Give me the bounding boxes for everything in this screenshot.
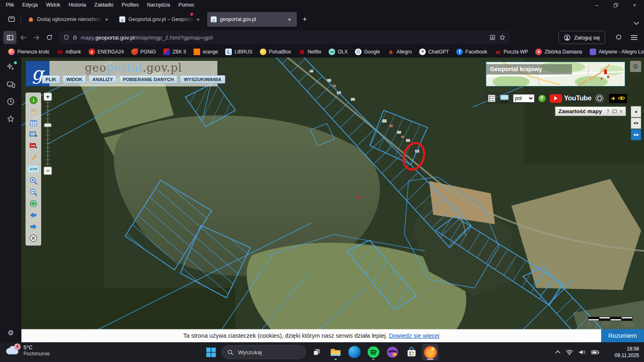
- bookmark-polsatbox[interactable]: PolsatBox: [257, 47, 294, 56]
- zoom-out-tool-icon[interactable]: [28, 187, 39, 197]
- bookmark-energa24[interactable]: eENERGA24: [85, 47, 127, 56]
- bookmark-olx[interactable]: olxOLX: [325, 47, 351, 56]
- menu-widok-button[interactable]: WIDOK: [63, 75, 86, 84]
- overview-map[interactable]: Geoportal krajowy: [486, 62, 625, 86]
- restore-button[interactable]: [606, 0, 625, 10]
- menu-plik[interactable]: Plik: [2, 1, 18, 9]
- bookmark-zbiorka-damiana[interactable]: ♥Zbiórka Damiana: [532, 47, 585, 56]
- map-settings-gear-icon[interactable]: ⚙: [630, 61, 641, 72]
- wifi-icon[interactable]: [566, 349, 573, 355]
- volume-icon[interactable]: [579, 349, 586, 355]
- panel-close-icon[interactable]: ×: [620, 109, 623, 114]
- menu-pobieranie-button[interactable]: POBIERANIE DANYCH: [119, 75, 177, 84]
- firefox-view-button[interactable]: [5, 13, 18, 26]
- strip-eye-button[interactable]: [631, 118, 641, 129]
- new-tab-button[interactable]: +: [299, 13, 311, 26]
- clear-selection-icon[interactable]: [28, 233, 39, 243]
- close-tab-icon[interactable]: ×: [103, 15, 111, 23]
- close-button[interactable]: ×: [625, 0, 644, 10]
- attribute-table-icon[interactable]: [28, 118, 39, 128]
- bookmark-star-icon[interactable]: [499, 34, 506, 41]
- panel-help-icon[interactable]: ?: [607, 109, 609, 114]
- ai-chatbot-icon[interactable]: [6, 63, 15, 72]
- accessibility-wheel-icon[interactable]: [595, 94, 604, 103]
- language-select[interactable]: pol: [513, 94, 534, 102]
- youtube-link[interactable]: YouTube: [550, 94, 592, 103]
- menu-profiles[interactable]: Profiles: [117, 1, 143, 9]
- zoom-in-button[interactable]: +: [44, 93, 52, 101]
- zoom-slider-track[interactable]: [44, 101, 52, 166]
- edge-button[interactable]: [346, 344, 363, 360]
- synced-tabs-icon[interactable]: [6, 80, 15, 89]
- strip-dot-button[interactable]: [631, 106, 641, 117]
- bookmark-librus[interactable]: LLIBRUS: [222, 47, 255, 56]
- menu-pomoc[interactable]: Pomoc: [174, 1, 198, 9]
- legend-icon[interactable]: [488, 94, 496, 102]
- zoom-in-tool-icon[interactable]: [28, 176, 39, 186]
- start-button[interactable]: [203, 344, 219, 360]
- forward-button[interactable]: [30, 31, 43, 44]
- task-view-button[interactable]: [308, 344, 325, 360]
- lock-icon[interactable]: [72, 35, 77, 40]
- bookmark-mbank[interactable]: mmBank: [53, 47, 84, 56]
- battery-icon[interactable]: [591, 350, 600, 355]
- menu-narzedzia[interactable]: Narzędzia: [143, 1, 174, 9]
- bookmarks-star-icon[interactable]: [6, 114, 15, 123]
- close-tab-icon[interactable]: ×: [194, 15, 202, 23]
- tab-dodaj-ogloszenie[interactable]: Dodaj ogłoszenie nieruchomoś ×: [24, 12, 114, 27]
- cookie-accept-button[interactable]: Rozumiem: [601, 329, 644, 342]
- menu-widok[interactable]: Widok: [42, 1, 65, 9]
- panel-maximize-icon[interactable]: [612, 109, 617, 113]
- bookmark-zbk[interactable]: ZBK II: [160, 47, 189, 56]
- menu-zakladki[interactable]: Zakładki: [90, 1, 118, 9]
- firefox-button[interactable]: [422, 344, 439, 360]
- xyh-coordinates-icon[interactable]: XYH: [28, 164, 39, 174]
- app-menu-hamburger-icon[interactable]: [628, 31, 641, 44]
- extensions-puzzle-icon[interactable]: [612, 31, 625, 44]
- tracking-shield-icon[interactable]: [63, 35, 69, 40]
- bookmark-pgnig[interactable]: PGNiG: [128, 47, 159, 56]
- url-bar[interactable]: mapy.geoportal.gov.pl/imap/Imgp_2.html?g…: [59, 31, 510, 44]
- full-extent-globe-icon[interactable]: [28, 199, 39, 209]
- cookie-more-link[interactable]: Dowiedz się więcej: [389, 332, 440, 339]
- tray-chevron-up-icon[interactable]: [555, 350, 560, 353]
- back-button[interactable]: [16, 31, 30, 44]
- deselect-rectangle-icon[interactable]: [28, 141, 39, 151]
- tab-geoportal-info[interactable]: g Geoportal.gov.pl – Geoportal In ×: [116, 12, 205, 27]
- menu-plik-button[interactable]: PLIK: [42, 75, 60, 84]
- measure-pencil-icon[interactable]: [28, 153, 39, 162]
- history-clock-icon[interactable]: [6, 97, 15, 106]
- taskbar-search-box[interactable]: Wyszukaj: [222, 345, 306, 359]
- reload-button[interactable]: [43, 31, 56, 44]
- info-tool-icon[interactable]: i: [28, 95, 39, 105]
- menu-historia[interactable]: Historia: [64, 1, 90, 9]
- strip-eye-active-button[interactable]: [631, 129, 641, 140]
- spotify-button[interactable]: [365, 344, 382, 360]
- bookmark-poczta-wp[interactable]: wPoczta WP: [491, 47, 531, 56]
- purple-app-button[interactable]: [384, 344, 401, 360]
- previous-view-arrow-icon[interactable]: [28, 210, 39, 220]
- zoom-slider-handle[interactable]: [44, 123, 51, 127]
- sidebar-toggle-button[interactable]: [3, 31, 16, 44]
- help-icon[interactable]: ?: [538, 95, 546, 102]
- list-all-tabs-icon[interactable]: [634, 22, 639, 25]
- microsoft-store-button[interactable]: [403, 344, 420, 360]
- bookmark-orange[interactable]: orange: [190, 47, 221, 56]
- select-rectangle-icon[interactable]: [28, 130, 39, 139]
- menu-wyszukiwania-button[interactable]: WYSZUKIWANIA: [180, 75, 225, 84]
- bookmark-google[interactable]: GGoogle: [352, 47, 383, 56]
- bookmark-netflix[interactable]: NNetflix: [295, 47, 324, 56]
- bookmark-facebook[interactable]: fFacebook: [453, 47, 490, 56]
- minimize-button[interactable]: –: [587, 0, 606, 10]
- map-contents-panel-header[interactable]: Zawartość mapy ? ×: [555, 107, 626, 116]
- next-view-arrow-icon[interactable]: [28, 222, 39, 232]
- contrast-toggle[interactable]: [609, 93, 628, 104]
- menu-analizy-button[interactable]: ANALIZY: [89, 75, 117, 84]
- pan-hand-icon[interactable]: [28, 107, 39, 116]
- wms-icon[interactable]: WMS: [499, 94, 509, 103]
- login-button[interactable]: Zaloguj się: [558, 31, 605, 44]
- close-tab-icon[interactable]: ×: [285, 15, 294, 23]
- sidebar-settings-gear-icon[interactable]: ⚙: [7, 329, 14, 337]
- zoom-out-button[interactable]: −: [44, 167, 52, 175]
- file-explorer-button[interactable]: [327, 344, 344, 360]
